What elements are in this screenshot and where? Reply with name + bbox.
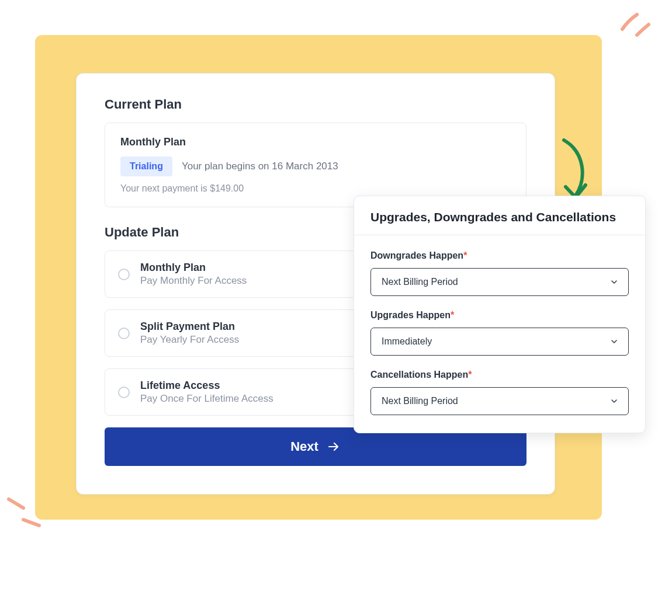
plan-option-title: Split Payment Plan xyxy=(140,321,239,333)
chevron-down-icon xyxy=(611,338,618,345)
current-plan-title: Current Plan xyxy=(105,97,526,112)
select-value: Next Billing Period xyxy=(382,277,458,287)
settings-card: Upgrades, Downgrades and Cancellations D… xyxy=(354,196,646,433)
chevron-down-icon xyxy=(611,279,618,286)
chevron-down-icon xyxy=(611,398,618,405)
current-plan-box: Monthly Plan Trialing Your plan begins o… xyxy=(105,123,526,207)
upgrades-label: Upgrades Happen* xyxy=(370,310,629,321)
radio-icon xyxy=(118,387,130,398)
plan-option-subtitle: Pay Once For Lifetime Access xyxy=(140,393,273,405)
plan-option-title: Lifetime Access xyxy=(140,380,273,392)
upgrades-select[interactable]: Immediately xyxy=(370,328,629,356)
plan-option-subtitle: Pay Yearly For Access xyxy=(140,334,239,346)
required-mark: * xyxy=(463,250,467,260)
status-badge: Trialing xyxy=(120,156,172,176)
plan-option-subtitle: Pay Monthly For Access xyxy=(140,275,247,287)
next-payment-text: Your next payment is $149.00 xyxy=(120,183,511,194)
required-mark: * xyxy=(451,310,454,320)
downgrades-label: Downgrades Happen* xyxy=(370,250,629,261)
downgrades-select[interactable]: Next Billing Period xyxy=(370,268,629,296)
plan-option-title: Monthly Plan xyxy=(140,262,247,274)
plan-begin-text: Your plan begins on 16 March 2013 xyxy=(182,161,338,172)
next-button-label: Next xyxy=(290,439,318,454)
arrow-right-icon xyxy=(327,440,341,454)
select-value: Immediately xyxy=(382,336,432,347)
radio-icon xyxy=(118,269,130,280)
required-mark: * xyxy=(468,370,472,380)
select-value: Next Billing Period xyxy=(382,396,458,406)
current-plan-name: Monthly Plan xyxy=(120,136,511,148)
radio-icon xyxy=(118,328,130,339)
cancellations-label: Cancellations Happen* xyxy=(370,370,629,380)
settings-title: Upgrades, Downgrades and Cancellations xyxy=(370,210,629,224)
cancellations-select[interactable]: Next Billing Period xyxy=(370,387,629,415)
